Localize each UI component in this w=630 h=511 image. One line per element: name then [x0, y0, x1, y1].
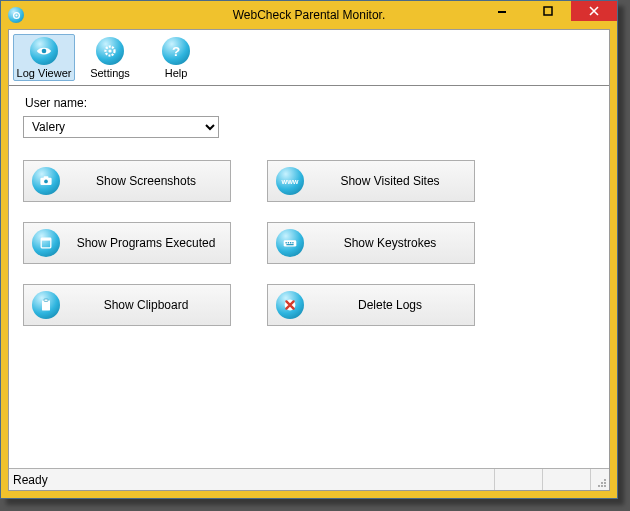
delete-logs-button[interactable]: Delete Logs [267, 284, 475, 326]
svg-point-27 [601, 482, 603, 484]
log-viewer-label: Log Viewer [17, 67, 72, 79]
www-icon: WWW [276, 167, 304, 195]
close-icon [589, 6, 599, 16]
window-icon [32, 229, 60, 257]
show-visited-sites-button[interactable]: WWW Show Visited Sites [267, 160, 475, 202]
svg-point-10 [44, 180, 48, 184]
actions-grid: Show Screenshots WWW Show Visited Sites … [23, 160, 595, 326]
delete-logs-label: Delete Logs [314, 298, 466, 312]
help-icon: ? [162, 37, 190, 65]
svg-rect-3 [544, 7, 552, 15]
svg-text:WWW: WWW [282, 179, 299, 185]
resize-grip[interactable] [591, 469, 609, 490]
svg-point-26 [598, 485, 600, 487]
main-panel: User name: Valery Show Screenshots WWW S… [9, 86, 609, 468]
user-name-label: User name: [25, 96, 595, 110]
svg-rect-20 [42, 300, 50, 310]
log-viewer-tab[interactable]: Log Viewer [13, 34, 75, 81]
keyboard-icon [276, 229, 304, 257]
show-clipboard-label: Show Clipboard [70, 298, 222, 312]
svg-point-4 [42, 48, 47, 53]
show-visited-sites-label: Show Visited Sites [314, 174, 466, 188]
client-area: Log Viewer Settings ? Help User name: Va… [8, 29, 610, 491]
show-screenshots-label: Show Screenshots [70, 174, 222, 188]
maximize-button[interactable] [525, 1, 571, 21]
camera-icon [32, 167, 60, 195]
help-tab[interactable]: ? Help [145, 34, 207, 81]
minimize-icon [497, 6, 507, 16]
close-button[interactable] [571, 1, 617, 21]
minimize-button[interactable] [479, 1, 525, 21]
window-controls [479, 1, 617, 21]
svg-rect-18 [292, 242, 293, 243]
svg-point-23 [604, 485, 606, 487]
svg-rect-15 [286, 242, 287, 243]
help-label: Help [165, 67, 188, 79]
app-icon [8, 7, 24, 23]
svg-point-1 [15, 14, 17, 16]
app-window: WebCheck Parental Monitor. Log Viewer [0, 0, 618, 499]
show-clipboard-button[interactable]: Show Clipboard [23, 284, 231, 326]
titlebar[interactable]: WebCheck Parental Monitor. [1, 1, 617, 29]
eye-icon [30, 37, 58, 65]
svg-point-25 [604, 482, 606, 484]
user-select[interactable]: Valery [23, 116, 219, 138]
svg-rect-17 [290, 242, 291, 243]
clipboard-icon [32, 291, 60, 319]
status-cell-1 [495, 469, 543, 490]
settings-tab[interactable]: Settings [79, 34, 141, 81]
settings-label: Settings [90, 67, 130, 79]
svg-rect-13 [41, 238, 51, 240]
show-screenshots-button[interactable]: Show Screenshots [23, 160, 231, 202]
status-text: Ready [9, 469, 495, 490]
show-programs-executed-label: Show Programs Executed [70, 236, 222, 250]
statusbar: Ready [9, 468, 609, 490]
svg-rect-14 [284, 240, 297, 246]
svg-text:?: ? [172, 43, 180, 58]
gear-icon [96, 37, 124, 65]
svg-point-28 [604, 479, 606, 481]
svg-rect-16 [288, 242, 289, 243]
status-cell-2 [543, 469, 591, 490]
svg-rect-9 [44, 176, 49, 178]
svg-rect-21 [44, 299, 48, 301]
maximize-icon [543, 6, 553, 16]
delete-icon [276, 291, 304, 319]
svg-rect-2 [498, 11, 506, 13]
show-keystrokes-button[interactable]: Show Keystrokes [267, 222, 475, 264]
svg-point-6 [108, 49, 111, 52]
svg-rect-19 [286, 244, 293, 245]
grip-icon [595, 476, 607, 488]
show-keystrokes-label: Show Keystrokes [314, 236, 466, 250]
show-programs-executed-button[interactable]: Show Programs Executed [23, 222, 231, 264]
toolbar: Log Viewer Settings ? Help [9, 30, 609, 86]
svg-point-24 [601, 485, 603, 487]
